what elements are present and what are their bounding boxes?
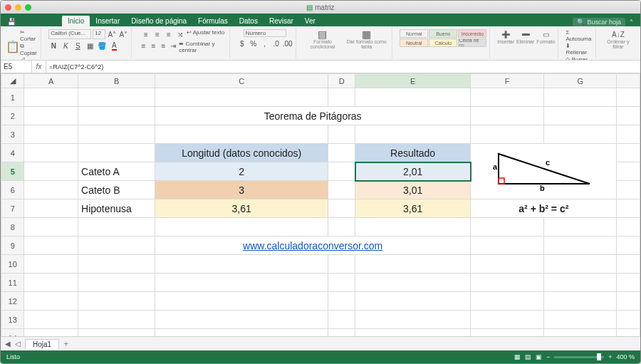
col-header-f[interactable]: F [471,74,544,88]
col-header-e[interactable]: E [355,74,471,88]
col-header-a[interactable]: A [24,74,78,88]
percent-icon[interactable]: % [249,38,259,48]
copy-button[interactable]: ⧉ Copiar [20,43,38,56]
align-top-icon[interactable]: ≡ [141,29,151,39]
col-header-b[interactable]: B [78,74,155,88]
align-right-icon[interactable]: ≡ [159,41,167,51]
border-icon[interactable]: ▦ [85,41,95,51]
view-pagebreak-icon[interactable]: ▣ [536,353,542,360]
row-header[interactable]: 10 [1,255,24,274]
sheet-tab-hoja1[interactable]: Hoja1 [25,339,59,349]
cell-b7[interactable]: Hipotenusa [78,199,155,218]
select-all-corner[interactable]: ◢ [1,74,24,88]
cell-c7[interactable]: 3,61 [155,199,328,218]
cell-b5[interactable]: Cateto A [78,162,155,181]
tab-inicio[interactable]: Inicio [62,16,90,26]
search-box[interactable]: 🔍 Buscar hoja [573,18,625,26]
style-incorrecto[interactable]: Incorrecto [458,29,486,38]
align-bottom-icon[interactable]: ≡ [164,29,174,39]
name-box[interactable]: E5 [1,61,32,73]
redo-icon[interactable]: ↷ [35,16,45,26]
row-header[interactable]: 6 [1,181,24,199]
cell-title[interactable]: Teorema de Pitágoras [155,107,471,125]
sheet-nav-prev-icon[interactable]: ◁ [15,340,21,348]
bold-icon[interactable]: N [48,41,58,51]
cell-e7[interactable]: 3,61 [355,199,471,218]
italic-icon[interactable]: K [61,41,71,51]
align-left-icon[interactable]: ≡ [139,41,147,51]
col-header-c[interactable]: C [155,74,328,88]
row-header[interactable]: 12 [1,292,24,311]
row-header[interactable]: 1 [1,88,24,107]
conditional-format-icon[interactable]: ▤ [318,29,328,39]
cell-c4[interactable]: Longitud (datos conocidos) [155,144,328,162]
row-header[interactable]: 9 [1,236,24,255]
cell-e6[interactable]: 3,01 [355,181,471,199]
ribbon-collapse-icon[interactable]: ˄ [625,19,637,26]
cell-link[interactable]: www.calculadoraconversor.com [155,236,471,255]
increase-font-icon[interactable]: A˄ [107,29,117,39]
currency-icon[interactable]: $ [237,38,247,48]
cut-button[interactable]: ✂ Cortar [20,29,38,42]
decrease-font-icon[interactable]: A˅ [118,29,128,39]
format-cells-icon[interactable]: ▭ [541,29,551,39]
tab-datos[interactable]: Datos [234,16,264,26]
autosum-button[interactable]: Σ Autosuma [566,29,592,42]
fill-button[interactable]: ⬇ Rellenar [566,43,592,56]
style-neutral[interactable]: Neutral [400,38,428,47]
view-normal-icon[interactable]: ▦ [514,353,521,360]
cell-c5[interactable]: 2 [155,162,328,181]
number-format-select[interactable]: Número [244,29,286,37]
tab-revisar[interactable]: Revisar [264,16,299,26]
zoom-value[interactable]: 400 % [616,353,635,360]
fill-color-icon[interactable]: 🪣 [97,41,107,51]
style-normal[interactable]: Normal [400,29,428,38]
row-header[interactable]: 14 [1,329,24,337]
style-celda[interactable]: Celda de co... [458,38,486,47]
cell-e4[interactable]: Resultado [355,144,471,162]
wrap-text-button[interactable]: ↩ Ajustar texto [187,29,224,39]
col-header-g[interactable]: G [543,74,617,88]
align-center-icon[interactable]: ≡ [149,41,157,51]
spreadsheet-grid[interactable]: ◢ A B C D E F G 1 2 Teorema de Pitágoras… [1,73,640,336]
col-header-extra[interactable] [617,74,640,88]
delete-cells-icon[interactable]: ➖ [521,29,531,39]
cell-e5-active[interactable]: 2,01 [355,162,471,181]
save-icon[interactable]: 💾 [6,16,16,26]
underline-icon[interactable]: S [73,41,83,51]
row-header[interactable]: 2 [1,107,24,125]
undo-icon[interactable]: ↶ [21,16,31,26]
col-header-d[interactable]: D [328,74,355,88]
fx-icon[interactable]: fx [32,61,46,73]
orientation-icon[interactable]: ⤭ [175,29,185,39]
cell-c6[interactable]: 3 [155,181,328,199]
sort-filter-icon[interactable]: A↓Z [613,29,623,39]
font-size-select[interactable]: 12 [93,29,105,39]
row-header[interactable]: 11 [1,274,24,292]
zoom-slider[interactable] [554,356,604,358]
paste-icon[interactable]: 📋 [8,41,18,51]
merge-button[interactable]: ⬌ Combinar y centrar [179,41,226,53]
insert-cells-icon[interactable]: ➕ [501,29,511,39]
print-icon[interactable]: ⎙ [49,16,59,26]
style-calculo[interactable]: Cálculo [429,38,457,47]
tab-formulas[interactable]: Fórmulas [192,16,234,26]
font-color-icon[interactable]: A [109,41,119,51]
increase-decimal-icon[interactable]: .0 [271,38,281,48]
view-layout-icon[interactable]: ▤ [525,353,531,360]
row-header[interactable]: 13 [1,311,24,329]
row-header[interactable]: 7 [1,199,24,218]
font-name-select[interactable]: Calibri (Cue... [48,29,91,39]
tab-insertar[interactable]: Insertar [90,16,125,26]
indent-icon[interactable]: ⇥ [169,41,177,51]
tab-diseno[interactable]: Diseño de página [125,16,192,26]
row-header[interactable]: 3 [1,125,24,144]
format-as-table-icon[interactable]: ▦ [362,29,372,39]
sheet-nav-first-icon[interactable]: ◀ [5,340,11,348]
row-header[interactable]: 4 [1,144,24,162]
row-header[interactable]: 8 [1,218,24,236]
tab-ver[interactable]: Ver [299,16,321,26]
zoom-in-icon[interactable]: + [608,353,612,360]
add-sheet-icon[interactable]: + [63,339,68,349]
decrease-decimal-icon[interactable]: .00 [283,38,293,48]
